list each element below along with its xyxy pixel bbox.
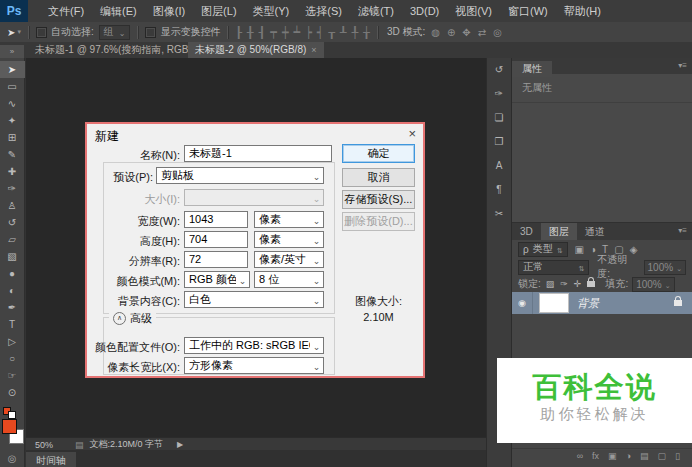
lock-transparent-icon[interactable]: ▨: [546, 279, 555, 289]
fill-value[interactable]: 100%: [632, 277, 674, 292]
close-icon[interactable]: ×: [408, 126, 416, 141]
bit-depth-select[interactable]: 8 位: [254, 271, 324, 288]
color-profile-select[interactable]: 工作中的 RGB: sRGB IEC6196...: [184, 337, 324, 354]
pen-tool[interactable]: ✒: [0, 299, 25, 316]
distribute-bottom-icon[interactable]: ┰: [328, 26, 335, 39]
3d-roll-icon[interactable]: ⊕: [447, 27, 455, 38]
menu-layer[interactable]: 图层(L): [193, 0, 244, 22]
opacity-value[interactable]: 100%: [644, 260, 686, 275]
tab-layers[interactable]: 图层: [541, 223, 577, 240]
3d-slide-icon[interactable]: ⇄: [478, 27, 486, 38]
tab-3d[interactable]: 3D: [512, 223, 541, 240]
move-tool[interactable]: ➤: [0, 61, 25, 78]
brush-panel-icon[interactable]: ✑: [495, 86, 503, 102]
name-input[interactable]: 未标题-1: [184, 145, 332, 162]
auto-select-target-select[interactable]: 组: [99, 25, 131, 40]
cancel-button[interactable]: 取消: [342, 168, 415, 187]
layer-thumbnail[interactable]: [539, 293, 569, 313]
toolbar-collapse-button[interactable]: »: [0, 45, 24, 58]
panel-menu-icon[interactable]: ▾≡: [678, 226, 687, 235]
brush-tool[interactable]: ✑: [0, 180, 25, 197]
swap-colors-icon[interactable]: [8, 411, 16, 419]
new-layer-icon[interactable]: ▢: [658, 451, 667, 461]
width-unit-select[interactable]: 像素: [254, 211, 324, 228]
quick-mask-icon[interactable]: ◎: [8, 453, 17, 464]
close-icon[interactable]: ×: [311, 45, 316, 55]
distribute-middle-icon[interactable]: ┥: [317, 26, 324, 39]
panel-menu-icon[interactable]: ▾≡: [678, 61, 687, 70]
layer-mask-icon[interactable]: ▣: [608, 451, 617, 461]
menu-image[interactable]: 图像(I): [145, 0, 193, 22]
lock-all-icon[interactable]: [587, 281, 595, 287]
lock-position-icon[interactable]: ✛: [574, 279, 582, 289]
filter-kind-select[interactable]: ρ 类型: [518, 242, 568, 257]
align-center-h-icon[interactable]: ╂: [247, 26, 254, 39]
menu-help[interactable]: 帮助(H): [556, 0, 609, 22]
filter-adjustment-layers-icon[interactable]: ◑: [590, 244, 596, 255]
foreground-color-swatch[interactable]: [2, 419, 17, 434]
spot-healing-brush-tool[interactable]: ✚: [0, 163, 25, 180]
pixel-aspect-select[interactable]: 方形像素: [184, 357, 324, 374]
height-unit-select[interactable]: 像素: [254, 231, 324, 248]
layer-row-background[interactable]: ◉ 背景: [512, 292, 692, 314]
align-middle-icon[interactable]: ┿: [282, 26, 289, 39]
align-bottom-icon[interactable]: ┷: [294, 26, 301, 39]
tab-properties[interactable]: 属性: [512, 61, 552, 77]
menu-select[interactable]: 选择(S): [297, 0, 350, 22]
rectangular-marquee-tool[interactable]: ▭: [0, 78, 25, 95]
clone-source-panel-icon[interactable]: ❏: [495, 110, 504, 126]
link-layers-icon[interactable]: ∞: [577, 451, 583, 461]
layer-comps-panel-icon[interactable]: ❐: [495, 134, 504, 150]
zoom-level[interactable]: 50%: [35, 440, 53, 450]
tab-channels[interactable]: 通道: [577, 223, 613, 240]
gradient-tool[interactable]: ▧: [0, 248, 25, 265]
blend-mode-select[interactable]: 正常: [518, 260, 589, 275]
align-right-icon[interactable]: ┨: [259, 26, 266, 39]
align-top-icon[interactable]: ┯: [270, 26, 277, 39]
zoom-tool[interactable]: ⊙: [0, 384, 25, 401]
3d-drag-icon[interactable]: ✥: [462, 27, 470, 38]
ok-button[interactable]: 确定: [342, 144, 415, 163]
layer-effects-icon[interactable]: fx: [592, 451, 599, 461]
auto-select-checkbox[interactable]: [36, 27, 47, 38]
character-panel-icon[interactable]: A: [496, 158, 503, 174]
menu-file[interactable]: 文件(F): [40, 0, 92, 22]
clone-stamp-tool[interactable]: ♙: [0, 197, 25, 214]
distribute-top-icon[interactable]: ┝: [305, 26, 312, 39]
tool-presets-panel-icon[interactable]: ✂: [495, 206, 503, 222]
align-left-icon[interactable]: ┠: [235, 26, 242, 39]
save-preset-button[interactable]: 存储预设(S)...: [342, 190, 415, 209]
chevron-down-icon[interactable]: ▾: [17, 28, 21, 36]
show-transform-checkbox[interactable]: [145, 27, 156, 38]
history-panel-icon[interactable]: ↺: [495, 62, 503, 78]
paragraph-panel-icon[interactable]: ¶: [496, 182, 501, 198]
3d-scale-icon[interactable]: ◎: [493, 27, 502, 38]
history-brush-tool[interactable]: ↺: [0, 214, 25, 231]
menu-view[interactable]: 视图(V): [447, 0, 500, 22]
preset-select[interactable]: 剪贴板: [156, 167, 324, 184]
3d-rotate-icon[interactable]: ◍: [431, 27, 440, 38]
distribute-center-icon[interactable]: ╀: [352, 26, 359, 39]
dodge-tool[interactable]: ◐: [0, 282, 25, 299]
layer-name[interactable]: 背景: [577, 296, 599, 311]
resolution-unit-select[interactable]: 像素/英寸: [254, 251, 324, 268]
menu-filter[interactable]: 滤镜(T): [350, 0, 402, 22]
width-input[interactable]: 1043: [184, 211, 248, 228]
menu-type[interactable]: 类型(Y): [245, 0, 298, 22]
tab-timeline[interactable]: 时间轴: [26, 452, 76, 467]
background-contents-select[interactable]: 白色: [184, 291, 324, 308]
advanced-section-toggle[interactable]: 高级: [109, 311, 156, 326]
hand-tool[interactable]: ☞: [0, 367, 25, 384]
status-expand-icon[interactable]: ▶: [177, 440, 183, 449]
path-selection-tool[interactable]: ▷: [0, 333, 25, 350]
height-input[interactable]: 704: [184, 231, 248, 248]
quick-selection-tool[interactable]: ✦: [0, 112, 25, 129]
color-mode-select[interactable]: RGB 颜色: [184, 271, 250, 288]
filter-pixel-layers-icon[interactable]: ▣: [575, 244, 584, 255]
menu-edit[interactable]: 编辑(E): [92, 0, 145, 22]
document-tab-2[interactable]: 未标题-2 @ 50%(RGB/8) ×: [188, 42, 324, 58]
distribute-left-icon[interactable]: ┸: [340, 26, 347, 39]
delete-layer-icon[interactable]: ▯: [675, 451, 680, 461]
type-tool[interactable]: T: [0, 316, 25, 333]
lasso-tool[interactable]: ∿: [0, 95, 25, 112]
